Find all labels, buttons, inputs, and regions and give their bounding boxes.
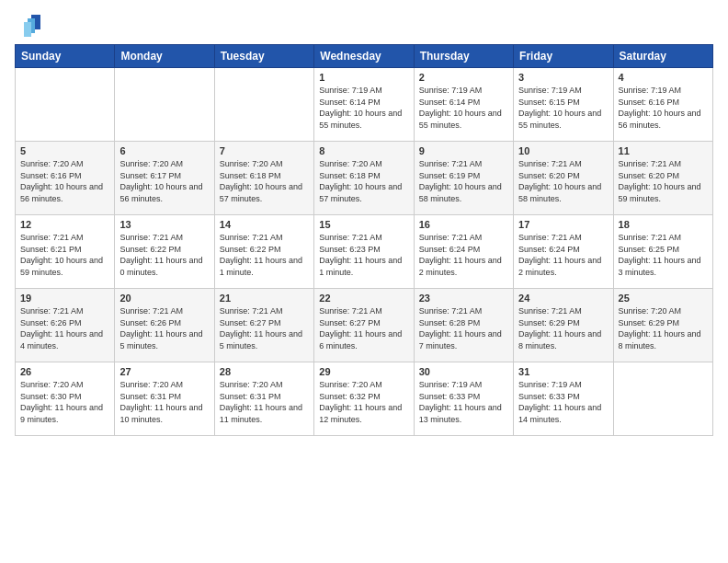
calendar-day-cell: 23Sunrise: 7:21 AM Sunset: 6:28 PM Dayli… [414, 289, 513, 362]
calendar-day-cell: 3Sunrise: 7:19 AM Sunset: 6:15 PM Daylig… [514, 68, 613, 142]
day-number: 25 [619, 293, 708, 304]
calendar-day-cell: 8Sunrise: 7:20 AM Sunset: 6:18 PM Daylig… [314, 142, 414, 215]
day-info: Sunrise: 7:20 AM Sunset: 6:31 PM Dayligh… [119, 379, 209, 425]
day-info: Sunrise: 7:21 AM Sunset: 6:21 PM Dayligh… [20, 232, 109, 278]
calendar-header-row: SundayMondayTuesdayWednesdayThursdayFrid… [16, 45, 713, 68]
day-of-week-header: Tuesday [214, 45, 313, 68]
day-number: 14 [220, 219, 309, 230]
day-number: 13 [119, 219, 209, 230]
calendar-day-cell: 18Sunrise: 7:21 AM Sunset: 6:25 PM Dayli… [613, 215, 712, 289]
day-info: Sunrise: 7:20 AM Sunset: 6:18 PM Dayligh… [220, 158, 309, 204]
day-number: 12 [20, 219, 109, 230]
day-info: Sunrise: 7:21 AM Sunset: 6:20 PM Dayligh… [619, 158, 708, 204]
calendar-week-row: 26Sunrise: 7:20 AM Sunset: 6:30 PM Dayli… [16, 362, 713, 436]
calendar-day-cell: 11Sunrise: 7:21 AM Sunset: 6:20 PM Dayli… [613, 142, 712, 215]
logo-icon [15, 11, 40, 37]
day-of-week-header: Friday [514, 45, 613, 68]
day-number: 20 [119, 293, 209, 304]
calendar-day-cell: 27Sunrise: 7:20 AM Sunset: 6:31 PM Dayli… [115, 362, 214, 436]
calendar-day-cell: 14Sunrise: 7:21 AM Sunset: 6:22 PM Dayli… [214, 215, 313, 289]
day-info: Sunrise: 7:21 AM Sunset: 6:24 PM Dayligh… [518, 232, 608, 278]
day-info: Sunrise: 7:20 AM Sunset: 6:30 PM Dayligh… [20, 379, 109, 425]
day-number: 21 [220, 293, 309, 304]
calendar-day-cell: 31Sunrise: 7:19 AM Sunset: 6:33 PM Dayli… [514, 362, 613, 436]
day-info: Sunrise: 7:20 AM Sunset: 6:32 PM Dayligh… [319, 379, 408, 425]
day-number: 19 [20, 293, 109, 304]
day-number: 6 [119, 145, 209, 156]
calendar-day-cell: 29Sunrise: 7:20 AM Sunset: 6:32 PM Dayli… [314, 362, 414, 436]
day-info: Sunrise: 7:21 AM Sunset: 6:26 PM Dayligh… [119, 305, 209, 351]
day-number: 9 [419, 145, 508, 156]
day-of-week-header: Saturday [613, 45, 712, 68]
calendar-day-cell: 17Sunrise: 7:21 AM Sunset: 6:24 PM Dayli… [514, 215, 613, 289]
calendar-day-cell: 15Sunrise: 7:21 AM Sunset: 6:23 PM Dayli… [314, 215, 414, 289]
calendar-day-cell: 16Sunrise: 7:21 AM Sunset: 6:24 PM Dayli… [414, 215, 513, 289]
day-number: 28 [220, 366, 309, 377]
day-info: Sunrise: 7:21 AM Sunset: 6:28 PM Dayligh… [419, 305, 508, 351]
day-info: Sunrise: 7:21 AM Sunset: 6:19 PM Dayligh… [419, 158, 508, 204]
calendar-day-cell: 21Sunrise: 7:21 AM Sunset: 6:27 PM Dayli… [214, 289, 313, 362]
day-number: 22 [319, 293, 408, 304]
day-info: Sunrise: 7:20 AM Sunset: 6:16 PM Dayligh… [20, 158, 109, 204]
day-info: Sunrise: 7:19 AM Sunset: 6:14 PM Dayligh… [419, 85, 508, 131]
calendar-day-cell: 20Sunrise: 7:21 AM Sunset: 6:26 PM Dayli… [115, 289, 214, 362]
day-info: Sunrise: 7:21 AM Sunset: 6:27 PM Dayligh… [319, 305, 408, 351]
day-number: 10 [518, 145, 608, 156]
calendar-day-cell: 4Sunrise: 7:19 AM Sunset: 6:16 PM Daylig… [613, 68, 712, 142]
page: SundayMondayTuesdayWednesdayThursdayFrid… [0, 0, 728, 563]
day-number: 30 [419, 366, 508, 377]
day-number: 2 [419, 72, 508, 83]
day-info: Sunrise: 7:21 AM Sunset: 6:27 PM Dayligh… [220, 305, 309, 351]
day-number: 5 [20, 145, 109, 156]
calendar-day-cell: 6Sunrise: 7:20 AM Sunset: 6:17 PM Daylig… [115, 142, 214, 215]
day-number: 31 [518, 366, 608, 377]
day-number: 29 [319, 366, 408, 377]
day-number: 15 [319, 219, 408, 230]
day-of-week-header: Thursday [414, 45, 513, 68]
logo [15, 11, 44, 37]
svg-marker-2 [24, 22, 31, 37]
calendar-week-row: 5Sunrise: 7:20 AM Sunset: 6:16 PM Daylig… [16, 142, 713, 215]
calendar-day-cell: 10Sunrise: 7:21 AM Sunset: 6:20 PM Dayli… [514, 142, 613, 215]
day-info: Sunrise: 7:21 AM Sunset: 6:22 PM Dayligh… [119, 232, 209, 278]
day-number: 16 [419, 219, 508, 230]
calendar-day-cell: 9Sunrise: 7:21 AM Sunset: 6:19 PM Daylig… [414, 142, 513, 215]
day-info: Sunrise: 7:20 AM Sunset: 6:29 PM Dayligh… [619, 305, 708, 351]
header [15, 11, 713, 37]
day-info: Sunrise: 7:20 AM Sunset: 6:31 PM Dayligh… [220, 379, 309, 425]
calendar: SundayMondayTuesdayWednesdayThursdayFrid… [15, 44, 713, 436]
calendar-day-cell [613, 362, 712, 436]
calendar-day-cell: 2Sunrise: 7:19 AM Sunset: 6:14 PM Daylig… [414, 68, 513, 142]
day-info: Sunrise: 7:21 AM Sunset: 6:20 PM Dayligh… [518, 158, 608, 204]
day-info: Sunrise: 7:20 AM Sunset: 6:17 PM Dayligh… [119, 158, 209, 204]
day-number: 7 [220, 145, 309, 156]
day-number: 4 [619, 72, 708, 83]
day-info: Sunrise: 7:21 AM Sunset: 6:23 PM Dayligh… [319, 232, 408, 278]
calendar-week-row: 19Sunrise: 7:21 AM Sunset: 6:26 PM Dayli… [16, 289, 713, 362]
day-number: 17 [518, 219, 608, 230]
calendar-day-cell: 28Sunrise: 7:20 AM Sunset: 6:31 PM Dayli… [214, 362, 313, 436]
calendar-day-cell: 5Sunrise: 7:20 AM Sunset: 6:16 PM Daylig… [16, 142, 115, 215]
day-number: 8 [319, 145, 408, 156]
calendar-day-cell: 7Sunrise: 7:20 AM Sunset: 6:18 PM Daylig… [214, 142, 313, 215]
day-number: 27 [119, 366, 209, 377]
day-info: Sunrise: 7:21 AM Sunset: 6:29 PM Dayligh… [518, 305, 608, 351]
day-info: Sunrise: 7:19 AM Sunset: 6:33 PM Dayligh… [419, 379, 508, 425]
day-info: Sunrise: 7:19 AM Sunset: 6:16 PM Dayligh… [619, 85, 708, 131]
calendar-day-cell: 26Sunrise: 7:20 AM Sunset: 6:30 PM Dayli… [16, 362, 115, 436]
calendar-day-cell: 1Sunrise: 7:19 AM Sunset: 6:14 PM Daylig… [314, 68, 414, 142]
calendar-day-cell: 13Sunrise: 7:21 AM Sunset: 6:22 PM Dayli… [115, 215, 214, 289]
calendar-day-cell [115, 68, 214, 142]
day-of-week-header: Wednesday [314, 45, 414, 68]
day-number: 3 [518, 72, 608, 83]
day-of-week-header: Sunday [16, 45, 115, 68]
calendar-day-cell: 22Sunrise: 7:21 AM Sunset: 6:27 PM Dayli… [314, 289, 414, 362]
calendar-week-row: 12Sunrise: 7:21 AM Sunset: 6:21 PM Dayli… [16, 215, 713, 289]
day-info: Sunrise: 7:19 AM Sunset: 6:14 PM Dayligh… [319, 85, 408, 131]
day-number: 18 [619, 219, 708, 230]
calendar-day-cell: 24Sunrise: 7:21 AM Sunset: 6:29 PM Dayli… [514, 289, 613, 362]
day-info: Sunrise: 7:19 AM Sunset: 6:15 PM Dayligh… [518, 85, 608, 131]
calendar-day-cell: 30Sunrise: 7:19 AM Sunset: 6:33 PM Dayli… [414, 362, 513, 436]
calendar-day-cell: 25Sunrise: 7:20 AM Sunset: 6:29 PM Dayli… [613, 289, 712, 362]
calendar-day-cell [214, 68, 313, 142]
